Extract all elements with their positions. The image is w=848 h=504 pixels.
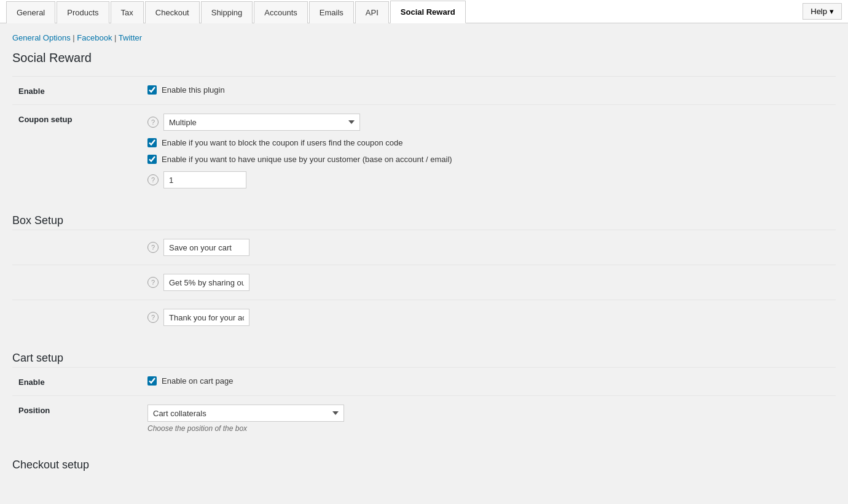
box-field1-empty-label xyxy=(12,230,135,265)
chevron-down-icon: ▾ xyxy=(830,7,834,16)
tab-checkout[interactable]: Checkout xyxy=(145,1,200,23)
box-field2-cell: ? xyxy=(135,265,836,300)
coupon-dropdown-help-icon[interactable]: ? xyxy=(147,117,159,128)
breadcrumb-facebook[interactable]: Facebook xyxy=(77,33,112,42)
block-coupon-label[interactable]: Enable if you want to block the coupon i… xyxy=(147,138,402,147)
breadcrumb-twitter[interactable]: Twitter xyxy=(119,33,142,42)
box-field2-help-icon[interactable]: ? xyxy=(147,277,159,288)
tab-shipping[interactable]: Shipping xyxy=(201,1,253,23)
top-navigation-bar: General Products Tax Checkout Shipping A… xyxy=(0,0,848,23)
box-description-input[interactable] xyxy=(163,274,249,291)
tab-emails[interactable]: Emails xyxy=(309,1,354,23)
coupon-number-row: ? xyxy=(147,171,830,188)
cart-position-hint: Choose the position of the box xyxy=(147,424,830,433)
box-field2-row: ? xyxy=(12,265,836,300)
coupon-number-help-icon[interactable]: ? xyxy=(147,174,159,185)
checkout-setup-title: Checkout setup xyxy=(12,454,836,471)
box-title-input[interactable] xyxy=(163,239,249,256)
cart-setup-table: Enable Enable on cart page Position Cart… xyxy=(12,367,836,441)
tab-social-reward[interactable]: Social Reward xyxy=(390,1,466,23)
cart-enable-row: Enable Enable on cart page xyxy=(12,368,836,396)
cart-enable-checkbox[interactable] xyxy=(147,376,157,386)
enable-checkbox[interactable] xyxy=(147,85,157,95)
tab-tax[interactable]: Tax xyxy=(111,1,144,23)
coupon-setup-field: ? Multiple Single Enable if you want to … xyxy=(135,105,836,198)
enable-label: Enable xyxy=(12,77,135,105)
box-field2-item: ? xyxy=(147,274,830,291)
cart-setup-title: Cart setup xyxy=(12,347,836,365)
unique-use-checkbox[interactable] xyxy=(147,155,157,164)
block-coupon-checkbox[interactable] xyxy=(147,138,157,147)
block-coupon-row: Enable if you want to block the coupon i… xyxy=(147,138,830,147)
box-setup-title: Box Setup xyxy=(12,209,836,227)
box-field3-row: ? xyxy=(12,300,836,335)
cart-enable-checkbox-label[interactable]: Enable on cart page xyxy=(147,376,830,386)
coupon-setup-label: Coupon setup xyxy=(12,105,135,198)
enable-row: Enable Enable this plugin xyxy=(12,77,836,105)
box-setup-table: ? ? ? xyxy=(12,230,836,335)
cart-position-label: Position xyxy=(12,396,135,442)
box-field1-item: ? xyxy=(147,239,830,256)
coupon-number-input[interactable] xyxy=(163,171,246,188)
enable-field: Enable this plugin xyxy=(135,77,836,105)
tab-accounts[interactable]: Accounts xyxy=(254,1,307,23)
page-title: Social Reward xyxy=(12,51,836,65)
cart-position-field: Cart collaterals Before cart After cart … xyxy=(135,396,836,442)
coupon-dropdown-row: ? Multiple Single xyxy=(147,114,830,131)
box-field2-empty-label xyxy=(12,265,135,300)
coupon-sub-fields: ? Multiple Single Enable if you want to … xyxy=(147,114,830,188)
box-field3-empty-label xyxy=(12,300,135,335)
tab-general[interactable]: General xyxy=(6,1,55,23)
cart-enable-field: Enable on cart page xyxy=(135,368,836,396)
box-field1-cell: ? xyxy=(135,230,836,265)
unique-use-row: Enable if you want to have unique use by… xyxy=(147,155,830,164)
tab-api[interactable]: API xyxy=(355,1,389,23)
tab-bar: General Products Tax Checkout Shipping A… xyxy=(6,0,467,23)
box-field3-cell: ? xyxy=(135,300,836,335)
breadcrumb-general-options[interactable]: General Options xyxy=(12,33,71,42)
box-field1-row: ? xyxy=(12,230,836,265)
breadcrumb: General Options | Facebook | Twitter xyxy=(12,33,836,42)
main-content: General Options | Facebook | Twitter Soc… xyxy=(0,23,848,484)
box-field1-help-icon[interactable]: ? xyxy=(147,242,159,253)
cart-enable-label: Enable xyxy=(12,368,135,396)
cart-position-row: Position Cart collaterals Before cart Af… xyxy=(12,396,836,442)
coupon-setup-row: Coupon setup ? Multiple Single xyxy=(12,105,836,198)
cart-position-select[interactable]: Cart collaterals Before cart After cart xyxy=(147,405,344,422)
tab-products[interactable]: Products xyxy=(57,1,109,23)
enable-checkbox-label[interactable]: Enable this plugin xyxy=(147,85,830,95)
box-thankyou-input[interactable] xyxy=(163,309,249,326)
coupon-setup-select[interactable]: Multiple Single xyxy=(163,114,360,131)
box-field3-help-icon[interactable]: ? xyxy=(147,312,159,323)
box-field3-item: ? xyxy=(147,309,830,326)
social-reward-settings-table: Enable Enable this plugin Coupon setup ? xyxy=(12,76,836,197)
help-button[interactable]: Help ▾ xyxy=(803,3,842,20)
unique-use-label[interactable]: Enable if you want to have unique use by… xyxy=(147,155,452,164)
